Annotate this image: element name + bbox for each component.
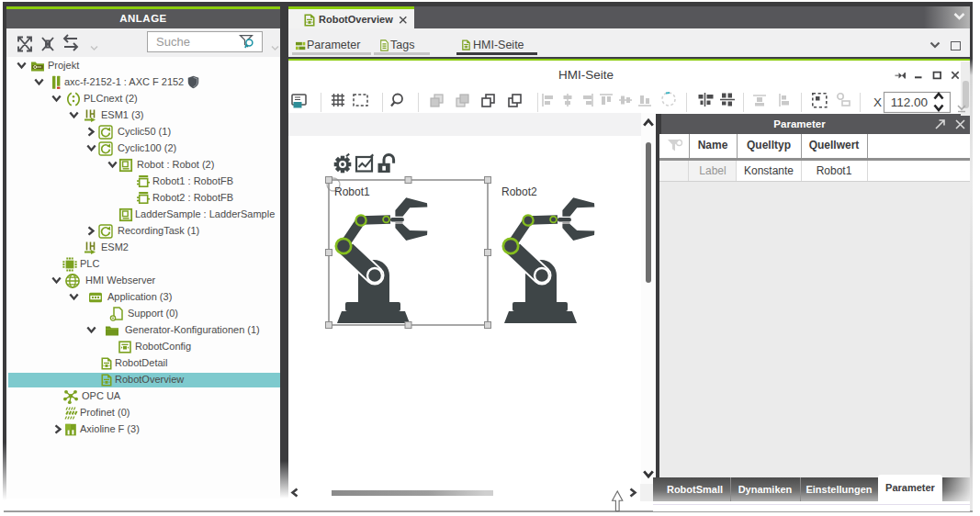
svg-text:Robot1: Robot1 bbox=[334, 185, 370, 198]
svg-text:X: X bbox=[873, 95, 882, 109]
svg-text:112.00: 112.00 bbox=[891, 95, 928, 109]
svg-text:Robot2: Robot2 bbox=[501, 185, 537, 198]
